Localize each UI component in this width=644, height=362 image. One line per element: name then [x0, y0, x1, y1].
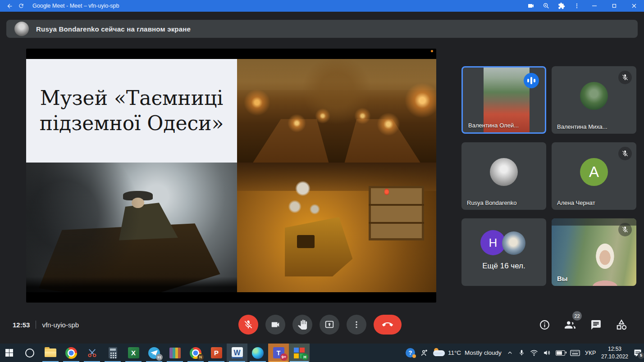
start-button[interactable]: [0, 344, 19, 362]
overflow-participants-tile[interactable]: Н Ещё 16 чел.: [461, 218, 546, 286]
slide-photo-bunker-desk-mannequin: [26, 163, 237, 292]
presenting-banner-text: Rusya Bondarenko сейчас на главном экран…: [36, 25, 191, 33]
browser-titlebar: Google Meet - Meet – vfn-uyio-spb: [0, 0, 644, 12]
meet-app-badge: H: [301, 353, 308, 360]
snipping-tool-button[interactable]: [82, 344, 102, 362]
slide-title-panel: Музей «Таємниці підземної Одеси»: [26, 59, 237, 163]
chrome-button[interactable]: [61, 344, 82, 362]
audio-level-icon: [524, 73, 539, 88]
powerpoint-icon: P: [211, 347, 222, 358]
touch-keyboard-icon[interactable]: [570, 350, 580, 356]
photo-decoration: [237, 163, 436, 292]
telegram-badge: 91: [156, 354, 163, 361]
avatar-initial: Н: [489, 236, 498, 250]
participant-tile-speaking[interactable]: Валентина Олей...: [461, 66, 546, 134]
activities-button[interactable]: [616, 319, 627, 330]
maximize-button[interactable]: [604, 0, 624, 12]
participant-avatar: [580, 82, 608, 110]
cortana-search-button[interactable]: [19, 344, 40, 362]
language-indicator[interactable]: УКР: [585, 350, 596, 356]
overflow-avatars: Н: [480, 230, 527, 255]
people-tray-icon[interactable]: [420, 349, 428, 357]
winrar-icon: [169, 348, 181, 358]
taskbar-apps: X 91 N P W T 9+: [0, 344, 310, 362]
meet-app-button[interactable]: H: [289, 344, 310, 362]
search-icon: [25, 348, 34, 357]
present-screen-button[interactable]: [320, 315, 339, 335]
presenting-banner: Rusya Bondarenko сейчас на главном экран…: [6, 20, 638, 38]
slide-photo-catacomb-kitchen: [237, 163, 436, 292]
edge-icon: [252, 347, 264, 359]
tray-time: 12:53: [601, 345, 628, 353]
get-help-icon[interactable]: ?: [406, 348, 415, 357]
teams-button[interactable]: T 9+: [268, 344, 289, 362]
meeting-clock: 12:53: [13, 321, 30, 329]
windows-taskbar: X 91 N P W T 9+: [0, 344, 644, 362]
mic-toggle-button[interactable]: [238, 315, 258, 335]
chrome-profile-badge: N: [197, 354, 204, 360]
tray-mic-icon[interactable]: [518, 349, 525, 356]
weather-temp: 11°C: [448, 349, 461, 356]
presentation-stage[interactable]: Музей «Таємниці підземної Одеси»: [26, 49, 436, 303]
weather-widget[interactable]: 11°C Mostly cloudy: [433, 349, 502, 357]
participants-panel-button[interactable]: 22: [564, 319, 576, 330]
participant-avatar: [502, 231, 525, 255]
participant-avatar: [490, 158, 518, 186]
meeting-details-button[interactable]: [539, 319, 550, 330]
chrome-profile-button[interactable]: N: [185, 344, 206, 362]
call-controls: [238, 315, 402, 335]
self-view-tile[interactable]: Вы: [552, 218, 636, 286]
participant-tile[interactable]: Rusya Bondarenko: [461, 142, 546, 210]
extensions-icon[interactable]: [554, 0, 569, 12]
more-options-button[interactable]: [347, 315, 366, 335]
chat-panel-button[interactable]: [590, 319, 602, 330]
participant-name: Rusya Bondarenko: [467, 199, 517, 206]
telegram-button[interactable]: 91: [144, 344, 164, 362]
file-explorer-button[interactable]: [40, 344, 61, 362]
browser-menu-icon[interactable]: [569, 0, 585, 12]
weather-condition: Mostly cloudy: [465, 349, 502, 356]
participant-tile[interactable]: Валентина Миха...: [552, 66, 636, 134]
camera-permission-icon[interactable]: [523, 0, 539, 12]
camera-toggle-button[interactable]: [265, 315, 285, 335]
mic-muted-icon: [618, 147, 632, 160]
participant-tile[interactable]: A Алена Чернат: [552, 142, 636, 210]
calculator-button[interactable]: [102, 344, 123, 362]
network-icon[interactable]: [530, 349, 538, 356]
zoom-page-icon[interactable]: [539, 0, 554, 12]
mic-muted-icon: [618, 71, 632, 84]
mic-muted-icon: [618, 223, 632, 236]
photo-decoration: [237, 59, 436, 163]
slide-photo-catacomb-dining-hall: [237, 59, 436, 163]
excel-button[interactable]: X: [123, 344, 144, 362]
photo-decoration: [26, 163, 237, 292]
chrome-icon: [65, 347, 77, 359]
meeting-panels: 22: [539, 310, 627, 339]
folder-icon: [45, 348, 56, 357]
notification-center-icon[interactable]: 5: [633, 348, 642, 357]
end-call-button[interactable]: [374, 315, 402, 335]
self-name: Вы: [557, 275, 568, 282]
winrar-button[interactable]: [164, 344, 185, 362]
tray-expand-chevron[interactable]: [507, 349, 513, 356]
reload-icon[interactable]: [15, 0, 27, 12]
volume-icon[interactable]: [543, 349, 551, 357]
raise-hand-button[interactable]: [292, 315, 312, 335]
avatar-initial: A: [589, 163, 599, 181]
meeting-info: 12:53 vfn-uyio-spb: [13, 310, 79, 339]
slide-title: Музей «Таємниці підземної Одеси»: [26, 86, 237, 136]
tray-clock[interactable]: 12:53 27.10.2022: [601, 345, 628, 360]
more-participants-label: Ещё 16 чел.: [461, 262, 546, 271]
participants-count-badge: 22: [572, 311, 582, 321]
system-tray: ? 11°C Mostly cloudy: [406, 344, 642, 362]
powerpoint-button[interactable]: P: [206, 344, 227, 362]
back-icon[interactable]: [4, 0, 15, 12]
window-title: Google Meet - Meet – vfn-uyio-spb: [32, 3, 119, 9]
participant-avatar-initial: A: [580, 158, 608, 186]
word-button[interactable]: W: [227, 344, 247, 362]
battery-icon[interactable]: [556, 350, 565, 356]
edge-button[interactable]: [247, 344, 268, 362]
close-button[interactable]: [624, 0, 644, 12]
minimize-button[interactable]: [585, 0, 604, 12]
tray-date: 27.10.2022: [601, 353, 628, 360]
